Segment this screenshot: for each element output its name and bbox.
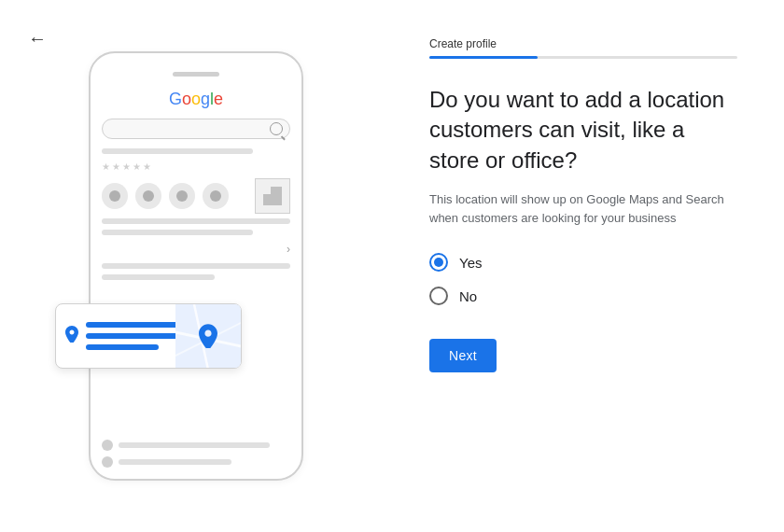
progress-bar-container: [429, 56, 737, 59]
radio-dot-yes: [434, 258, 443, 267]
content-line-3: [102, 230, 253, 235]
phone-icon: [109, 190, 120, 202]
right-panel: Create profile Do you want to add a loca…: [392, 0, 784, 532]
bottom-line-1: [119, 442, 270, 448]
content-line-1: [102, 148, 253, 154]
share-icon: [210, 190, 221, 202]
phone-speaker: [173, 72, 219, 77]
content-line-2: [102, 218, 290, 224]
bottom-icon-2: [102, 456, 113, 468]
business-icon: [255, 178, 290, 214]
phone-content: ★ ★ ★ ★ ★: [102, 148, 290, 359]
content-line-5: [102, 274, 215, 280]
directions-icon: [143, 190, 154, 202]
phone-icon-btn: [102, 183, 128, 209]
card-line-2: [86, 333, 188, 339]
radio-circle-no: [429, 287, 448, 305]
radio-label-yes: Yes: [459, 255, 482, 271]
stars-row: ★ ★ ★ ★ ★: [102, 161, 151, 172]
radio-circle-yes: [429, 253, 448, 272]
star-2: ★: [112, 161, 120, 172]
star-5: ★: [143, 161, 151, 172]
google-logo: Google: [169, 90, 223, 109]
star-3: ★: [122, 161, 131, 172]
phone-illustration: Google ★ ★ ★ ★ ★: [89, 51, 303, 481]
directions-icon-btn: [135, 183, 161, 209]
bottom-row-2: [102, 456, 290, 468]
left-panel: ← Google ★ ★ ★ ★ ★: [0, 0, 392, 532]
business-icon-shape: [263, 187, 282, 205]
location-pin-icon: [65, 326, 78, 346]
question-title: Do you want to add a location customers …: [429, 85, 737, 175]
card-line-3: [86, 344, 159, 350]
save-icon-btn: [169, 183, 195, 209]
search-icon: [270, 122, 283, 135]
radio-group: Yes No: [429, 253, 737, 305]
radio-option-no[interactable]: No: [429, 287, 737, 305]
radio-label-no: No: [459, 288, 477, 304]
floating-card: [55, 303, 242, 369]
bottom-row-1: [102, 440, 290, 451]
chevron-right-icon: ›: [287, 243, 290, 256]
progress-section: Create profile: [429, 37, 737, 59]
content-line-4: [102, 263, 290, 269]
back-button[interactable]: ←: [28, 28, 47, 49]
progress-label: Create profile: [429, 37, 737, 50]
map-portion: [175, 304, 241, 368]
next-button[interactable]: Next: [429, 339, 497, 372]
bottom-line-2: [119, 459, 231, 465]
progress-bar-fill: [429, 56, 538, 59]
share-icon-btn: [203, 183, 229, 209]
back-arrow-icon: ←: [28, 28, 47, 49]
save-icon: [176, 190, 188, 202]
question-subtitle: This location will show up on Google Map…: [429, 190, 737, 227]
star-4: ★: [133, 161, 141, 172]
star-1: ★: [102, 161, 110, 172]
bottom-icon-1: [102, 440, 113, 451]
phone-search-bar: [102, 119, 290, 139]
radio-option-yes[interactable]: Yes: [429, 253, 737, 272]
phone-bottom: [102, 434, 290, 468]
